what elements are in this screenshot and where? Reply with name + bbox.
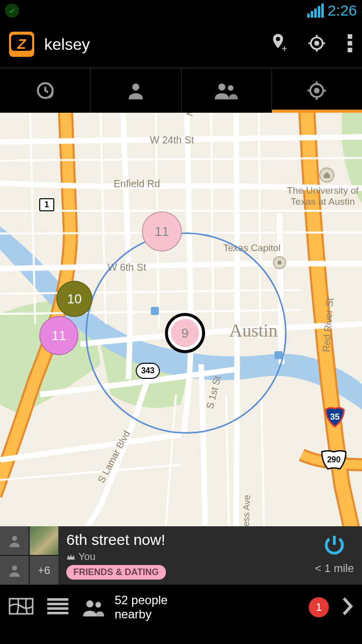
status-time: 2:26	[328, 2, 357, 19]
svg-text:+: +	[282, 43, 287, 54]
avatar-more-count: +6	[30, 556, 58, 585]
avatar-photo	[30, 526, 58, 555]
nearby-line1: 52 people	[115, 593, 167, 607]
avatar-placeholder-icon	[0, 556, 29, 585]
tab-groups[interactable]	[182, 68, 272, 113]
poi-label: The University of Texas at Austin	[283, 185, 362, 207]
svg-point-28	[12, 536, 17, 541]
status-right: 2:26	[307, 2, 357, 19]
cluster-pin-center[interactable]: 9	[168, 316, 202, 350]
app-header: kelsey +	[0, 21, 362, 67]
street-label: Enfield Rd	[114, 178, 160, 190]
signal-icon	[307, 4, 324, 18]
event-distance: < 1 mile	[315, 562, 354, 575]
svg-rect-34	[47, 612, 68, 614]
event-card[interactable]: +6 6th street now! You FRIENDS & DATING …	[0, 526, 362, 585]
app-logo-icon[interactable]	[9, 32, 34, 57]
svg-text:35: 35	[330, 412, 340, 422]
cluster-pin[interactable]: 11	[39, 316, 78, 355]
svg-rect-7	[348, 34, 352, 39]
add-location-icon[interactable]: +	[269, 32, 287, 56]
nearby-info[interactable]: 52 people nearby	[81, 593, 297, 621]
event-title: 6th street now!	[66, 531, 315, 548]
tab-contacts[interactable]	[90, 68, 181, 113]
svg-rect-9	[348, 48, 352, 52]
svg-point-36	[96, 602, 101, 607]
chevron-right-icon[interactable]	[341, 596, 354, 618]
route-shield-us290: 290	[320, 449, 348, 471]
event-right: < 1 mile	[315, 533, 354, 578]
svg-point-35	[86, 600, 94, 607]
notification-badge[interactable]: 1	[309, 597, 329, 617]
crown-icon	[66, 553, 75, 560]
tab-bar	[0, 67, 362, 113]
route-shield-1: 1	[39, 198, 54, 211]
username-title: kelsey	[44, 35, 269, 54]
locate-icon[interactable]	[307, 33, 327, 55]
event-author-name: You	[78, 551, 96, 562]
svg-text:290: 290	[327, 455, 341, 464]
street-label: Congress Ave	[240, 495, 252, 526]
svg-point-24	[278, 261, 282, 265]
overflow-menu-icon[interactable]	[347, 34, 353, 54]
event-avatars: +6	[0, 526, 58, 585]
svg-point-13	[228, 85, 233, 91]
people-icon	[81, 597, 107, 617]
status-left	[5, 4, 19, 18]
cluster-pin[interactable]: 11	[142, 211, 182, 252]
bottom-bar: 52 people nearby 1	[0, 585, 362, 630]
street-label: W 24th St	[150, 134, 194, 146]
svg-point-15	[315, 89, 319, 92]
svg-rect-32	[47, 603, 68, 605]
avatar-placeholder-icon	[0, 526, 29, 555]
list-view-icon[interactable]	[46, 597, 69, 617]
svg-rect-31	[47, 598, 68, 601]
map-view-icon[interactable]	[8, 596, 34, 618]
nearby-line2: nearby	[115, 607, 167, 621]
route-shield-i35: 35	[324, 406, 346, 428]
power-icon[interactable]	[322, 533, 346, 557]
map[interactable]: W 24th St N Lamar Blvd Enfield Rd W 6th …	[0, 113, 362, 526]
status-bar: 2:26	[0, 0, 362, 21]
svg-rect-8	[348, 41, 352, 46]
svg-rect-33	[47, 607, 68, 610]
svg-point-11	[132, 84, 139, 91]
svg-point-2	[315, 42, 319, 45]
event-info: 6th street now! You FRIENDS & DATING	[58, 531, 315, 580]
svg-point-12	[218, 84, 225, 91]
nearby-text: 52 people nearby	[115, 593, 167, 621]
check-badge-icon	[5, 4, 19, 18]
event-author: You	[66, 551, 315, 562]
cluster-pin[interactable]: 10	[56, 281, 93, 317]
tab-nearby[interactable]	[272, 68, 362, 113]
event-tag: FRIENDS & DATING	[66, 565, 166, 580]
tab-recent[interactable]	[0, 68, 90, 113]
svg-point-29	[12, 566, 17, 571]
